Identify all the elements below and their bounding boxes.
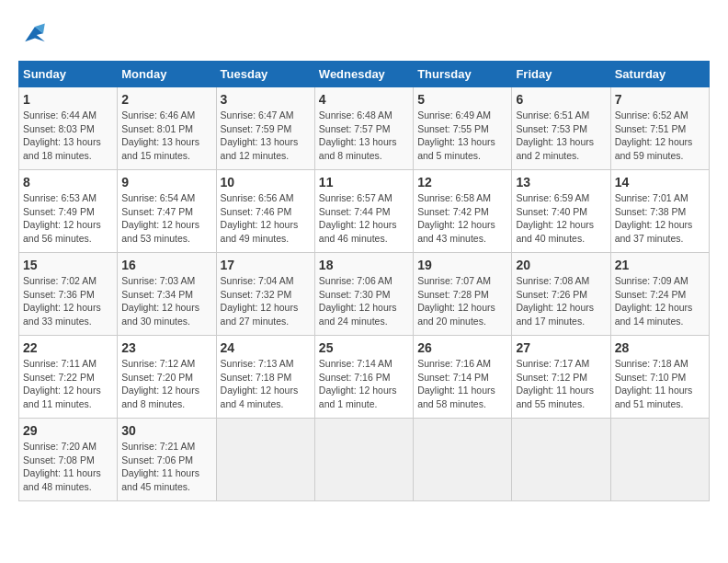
day-info: Sunrise: 6:54 AM Sunset: 7:47 PM Dayligh…: [121, 191, 211, 246]
calendar-cell: 30 Sunrise: 7:21 AM Sunset: 7:06 PM Dayl…: [118, 419, 216, 501]
calendar-cell: 25 Sunrise: 7:14 AM Sunset: 7:16 PM Dayl…: [314, 336, 413, 419]
day-number: 8: [23, 175, 113, 190]
day-number: 28: [615, 340, 705, 355]
header-cell-sunday: Sunday: [19, 62, 118, 87]
day-info: Sunrise: 6:46 AM Sunset: 8:01 PM Dayligh…: [121, 109, 211, 163]
calendar-cell: [216, 419, 314, 501]
calendar-cell: 13 Sunrise: 6:59 AM Sunset: 7:40 PM Dayl…: [512, 170, 610, 253]
day-number: 15: [23, 258, 113, 272]
page-header: [18, 18, 710, 52]
day-info: Sunrise: 6:47 AM Sunset: 7:59 PM Dayligh…: [221, 109, 311, 163]
day-info: Sunrise: 7:12 AM Sunset: 7:20 PM Dayligh…: [121, 357, 211, 411]
day-info: Sunrise: 7:06 AM Sunset: 7:30 PM Dayligh…: [319, 274, 409, 328]
calendar-week-2: 8 Sunrise: 6:53 AM Sunset: 7:49 PM Dayli…: [19, 170, 710, 253]
day-info: Sunrise: 7:07 AM Sunset: 7:28 PM Dayligh…: [417, 274, 507, 328]
day-info: Sunrise: 6:53 AM Sunset: 7:49 PM Dayligh…: [23, 191, 113, 246]
day-number: 6: [516, 92, 606, 107]
day-info: Sunrise: 6:59 AM Sunset: 7:40 PM Dayligh…: [516, 191, 606, 246]
day-number: 9: [121, 175, 211, 190]
header-cell-wednesday: Wednesday: [314, 62, 413, 87]
day-info: Sunrise: 7:20 AM Sunset: 7:08 PM Dayligh…: [23, 440, 113, 494]
day-info: Sunrise: 6:44 AM Sunset: 8:03 PM Dayligh…: [23, 109, 113, 163]
calendar-week-5: 29 Sunrise: 7:20 AM Sunset: 7:08 PM Dayl…: [19, 419, 710, 501]
calendar-cell: 27 Sunrise: 7:17 AM Sunset: 7:12 PM Dayl…: [512, 336, 610, 419]
day-number: 20: [516, 258, 606, 272]
calendar-cell: 3 Sunrise: 6:47 AM Sunset: 7:59 PM Dayli…: [216, 87, 314, 170]
day-info: Sunrise: 7:02 AM Sunset: 7:36 PM Dayligh…: [23, 274, 113, 328]
day-number: 17: [221, 258, 311, 272]
calendar-cell: 9 Sunrise: 6:54 AM Sunset: 7:47 PM Dayli…: [118, 170, 216, 253]
day-number: 19: [417, 258, 507, 272]
day-info: Sunrise: 7:01 AM Sunset: 7:38 PM Dayligh…: [615, 191, 705, 246]
day-info: Sunrise: 7:08 AM Sunset: 7:26 PM Dayligh…: [516, 274, 606, 328]
calendar-cell: [610, 419, 709, 501]
day-number: 7: [615, 92, 705, 107]
day-number: 30: [121, 423, 211, 438]
header-cell-thursday: Thursday: [414, 62, 512, 87]
calendar-cell: 16 Sunrise: 7:03 AM Sunset: 7:34 PM Dayl…: [118, 253, 216, 336]
calendar-week-1: 1 Sunrise: 6:44 AM Sunset: 8:03 PM Dayli…: [19, 87, 710, 170]
day-number: 1: [23, 92, 113, 107]
calendar-cell: 6 Sunrise: 6:51 AM Sunset: 7:53 PM Dayli…: [512, 87, 610, 170]
header-cell-monday: Monday: [118, 62, 216, 87]
logo: [18, 18, 55, 52]
day-number: 18: [319, 258, 409, 272]
day-number: 22: [23, 340, 113, 355]
day-info: Sunrise: 6:48 AM Sunset: 7:57 PM Dayligh…: [319, 109, 409, 163]
header-cell-friday: Friday: [512, 62, 610, 87]
calendar-cell: 23 Sunrise: 7:12 AM Sunset: 7:20 PM Dayl…: [118, 336, 216, 419]
calendar-cell: 4 Sunrise: 6:48 AM Sunset: 7:57 PM Dayli…: [314, 87, 413, 170]
calendar-cell: 29 Sunrise: 7:20 AM Sunset: 7:08 PM Dayl…: [19, 419, 118, 501]
calendar-cell: 5 Sunrise: 6:49 AM Sunset: 7:55 PM Dayli…: [414, 87, 512, 170]
calendar-header: SundayMondayTuesdayWednesdayThursdayFrid…: [19, 62, 710, 87]
day-number: 25: [319, 340, 409, 355]
day-number: 5: [417, 92, 507, 107]
day-number: 11: [319, 175, 409, 190]
day-info: Sunrise: 7:14 AM Sunset: 7:16 PM Dayligh…: [319, 357, 409, 411]
day-number: 3: [221, 92, 311, 107]
day-info: Sunrise: 7:03 AM Sunset: 7:34 PM Dayligh…: [121, 274, 211, 328]
calendar-week-4: 22 Sunrise: 7:11 AM Sunset: 7:22 PM Dayl…: [19, 336, 710, 419]
calendar-table: SundayMondayTuesdayWednesdayThursdayFrid…: [18, 61, 710, 501]
calendar-cell: 8 Sunrise: 6:53 AM Sunset: 7:49 PM Dayli…: [19, 170, 118, 253]
day-number: 29: [23, 423, 113, 438]
logo-icon: [18, 18, 51, 52]
day-info: Sunrise: 6:52 AM Sunset: 7:51 PM Dayligh…: [615, 109, 705, 163]
calendar-cell: 14 Sunrise: 7:01 AM Sunset: 7:38 PM Dayl…: [610, 170, 709, 253]
day-number: 26: [417, 340, 507, 355]
calendar-week-3: 15 Sunrise: 7:02 AM Sunset: 7:36 PM Dayl…: [19, 253, 710, 336]
day-number: 12: [417, 175, 507, 190]
calendar-cell: [314, 419, 413, 501]
day-number: 21: [615, 258, 705, 272]
day-info: Sunrise: 6:56 AM Sunset: 7:46 PM Dayligh…: [221, 191, 311, 246]
calendar-cell: 20 Sunrise: 7:08 AM Sunset: 7:26 PM Dayl…: [512, 253, 610, 336]
day-info: Sunrise: 6:57 AM Sunset: 7:44 PM Dayligh…: [319, 191, 409, 246]
day-info: Sunrise: 7:11 AM Sunset: 7:22 PM Dayligh…: [23, 357, 113, 411]
calendar-cell: 10 Sunrise: 6:56 AM Sunset: 7:46 PM Dayl…: [216, 170, 314, 253]
calendar-cell: 2 Sunrise: 6:46 AM Sunset: 8:01 PM Dayli…: [118, 87, 216, 170]
day-info: Sunrise: 7:04 AM Sunset: 7:32 PM Dayligh…: [221, 274, 311, 328]
day-number: 4: [319, 92, 409, 107]
day-info: Sunrise: 7:17 AM Sunset: 7:12 PM Dayligh…: [516, 357, 606, 411]
calendar-cell: 17 Sunrise: 7:04 AM Sunset: 7:32 PM Dayl…: [216, 253, 314, 336]
day-number: 23: [121, 340, 211, 355]
calendar-cell: 19 Sunrise: 7:07 AM Sunset: 7:28 PM Dayl…: [414, 253, 512, 336]
day-number: 2: [121, 92, 211, 107]
day-number: 16: [121, 258, 211, 272]
calendar-cell: [414, 419, 512, 501]
calendar-cell: [512, 419, 610, 501]
day-number: 27: [516, 340, 606, 355]
day-info: Sunrise: 6:58 AM Sunset: 7:42 PM Dayligh…: [417, 191, 507, 246]
day-info: Sunrise: 7:21 AM Sunset: 7:06 PM Dayligh…: [121, 440, 211, 494]
calendar-cell: 18 Sunrise: 7:06 AM Sunset: 7:30 PM Dayl…: [314, 253, 413, 336]
calendar-cell: 15 Sunrise: 7:02 AM Sunset: 7:36 PM Dayl…: [19, 253, 118, 336]
calendar-cell: 26 Sunrise: 7:16 AM Sunset: 7:14 PM Dayl…: [414, 336, 512, 419]
day-info: Sunrise: 6:51 AM Sunset: 7:53 PM Dayligh…: [516, 109, 606, 163]
header-cell-tuesday: Tuesday: [216, 62, 314, 87]
header-row: SundayMondayTuesdayWednesdayThursdayFrid…: [19, 62, 710, 87]
calendar-cell: 24 Sunrise: 7:13 AM Sunset: 7:18 PM Dayl…: [216, 336, 314, 419]
header-cell-saturday: Saturday: [610, 62, 709, 87]
day-info: Sunrise: 7:18 AM Sunset: 7:10 PM Dayligh…: [615, 357, 705, 411]
day-info: Sunrise: 7:16 AM Sunset: 7:14 PM Dayligh…: [417, 357, 507, 411]
calendar-cell: 28 Sunrise: 7:18 AM Sunset: 7:10 PM Dayl…: [610, 336, 709, 419]
